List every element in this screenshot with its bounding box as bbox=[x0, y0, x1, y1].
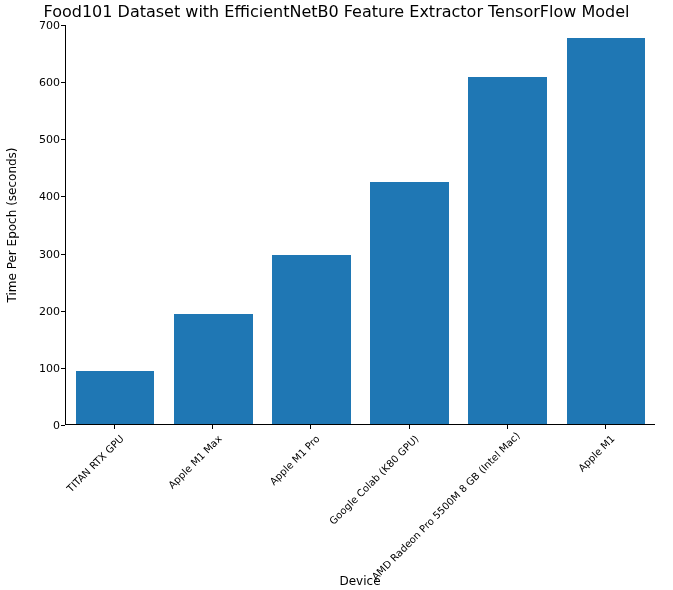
bar bbox=[567, 38, 646, 424]
y-tick-label: 300 bbox=[0, 247, 60, 260]
y-tick-label: 400 bbox=[0, 190, 60, 203]
plot-area bbox=[65, 25, 655, 425]
y-tick-label: 700 bbox=[0, 19, 60, 32]
bar bbox=[76, 371, 155, 424]
bar bbox=[468, 77, 547, 424]
chart-title: Food101 Dataset with EfficientNetB0 Feat… bbox=[0, 2, 673, 21]
y-tick-label: 600 bbox=[0, 76, 60, 89]
y-tick-label: 100 bbox=[0, 361, 60, 374]
x-tick-mark bbox=[605, 425, 606, 429]
y-tick-mark bbox=[61, 425, 65, 426]
y-axis-label: Time Per Epoch (seconds) bbox=[5, 147, 19, 302]
y-tick-label: 500 bbox=[0, 133, 60, 146]
x-tick-mark bbox=[212, 425, 213, 429]
x-tick-mark bbox=[114, 425, 115, 429]
x-tick-mark bbox=[310, 425, 311, 429]
x-axis-label: Device bbox=[65, 574, 655, 588]
bar bbox=[174, 314, 253, 424]
bar bbox=[272, 255, 351, 424]
y-tick-label: 0 bbox=[0, 419, 60, 432]
bar bbox=[370, 182, 449, 424]
x-tick-mark bbox=[409, 425, 410, 429]
x-tick-mark bbox=[507, 425, 508, 429]
x-tick-label: TITAN RTX GPU bbox=[0, 433, 126, 582]
chart-figure: Food101 Dataset with EfficientNetB0 Feat… bbox=[0, 0, 673, 590]
y-tick-label: 200 bbox=[0, 304, 60, 317]
